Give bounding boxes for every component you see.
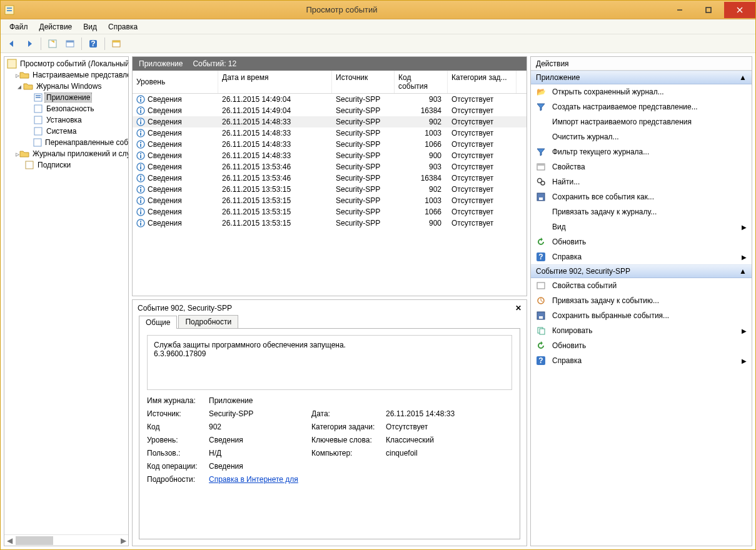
log-icon: [33, 138, 42, 148]
action-copy-submenu[interactable]: Копировать▶: [531, 323, 752, 338]
tree-app-service-logs[interactable]: ▷Журналы приложений и служб: [7, 148, 127, 159]
tree-log-setup[interactable]: Установка: [7, 114, 127, 126]
svg-rect-24: [140, 99, 141, 102]
action-filter-current-log[interactable]: Фильтр текущего журнала...: [531, 144, 752, 159]
action-save-selected-events[interactable]: Сохранить выбранные события...: [531, 308, 752, 323]
svg-rect-48: [140, 189, 141, 192]
column-headers[interactable]: Уровень Дата и время Источник Код событи…: [133, 71, 527, 94]
tree-log-application[interactable]: Приложение: [7, 92, 127, 103]
refresh-icon: [536, 237, 546, 247]
forward-button[interactable]: [22, 36, 37, 51]
event-row[interactable]: Сведения26.11.2015 13:53:15Security-SPP1…: [133, 195, 527, 206]
folder-icon: [19, 149, 29, 159]
svg-rect-64: [539, 198, 543, 200]
actions-section-event[interactable]: Событие 902, Security-SPP▲: [531, 264, 752, 278]
tree-log-security[interactable]: Безопасность: [7, 103, 127, 114]
info-icon: [136, 196, 145, 205]
toolbar-separator: [81, 38, 82, 50]
event-row[interactable]: Сведения26.11.2015 14:48:33Security-SPP9…: [133, 150, 527, 161]
action-import-custom-view[interactable]: Импорт настраиваемого представления: [531, 114, 752, 129]
event-row[interactable]: Сведения26.11.2015 14:48:33Security-SPP1…: [133, 128, 527, 139]
event-row[interactable]: Сведения26.11.2015 13:53:46Security-SPP9…: [133, 161, 527, 172]
back-button[interactable]: [4, 36, 19, 51]
menu-view[interactable]: Вид: [78, 21, 102, 33]
main-column: Приложение Событий: 12 Уровень Дата и вр…: [132, 56, 527, 546]
show-tree-button[interactable]: [45, 36, 60, 51]
action-attach-task-event[interactable]: Привязать задачу к событию...: [531, 293, 752, 308]
action-refresh-event[interactable]: Обновить: [531, 338, 752, 353]
online-help-link[interactable]: Справка в Интернете для: [209, 475, 298, 484]
event-row[interactable]: Сведения26.11.2015 14:49:04Security-SPP9…: [133, 94, 527, 105]
event-row[interactable]: Сведения26.11.2015 13:53:15Security-SPP9…: [133, 184, 527, 195]
action-help-submenu[interactable]: ?Справка▶: [531, 249, 752, 264]
titlebar: Просмотр событий: [1, 1, 755, 19]
event-row[interactable]: Сведения26.11.2015 14:48:33Security-SPP1…: [133, 139, 527, 150]
preview-button[interactable]: [109, 36, 124, 51]
svg-rect-28: [140, 108, 141, 109]
menu-file[interactable]: Файл: [4, 21, 33, 33]
event-row[interactable]: Сведения26.11.2015 13:53:46Security-SPP1…: [133, 172, 527, 184]
svg-rect-40: [140, 153, 141, 154]
detail-close-button[interactable]: ✕: [515, 304, 522, 312]
help-button[interactable]: ?: [86, 36, 101, 51]
tree-hscrollbar[interactable]: ◀▶: [4, 534, 128, 546]
col-category[interactable]: Категория зад...: [448, 71, 517, 93]
menu-action[interactable]: Действие: [34, 21, 78, 33]
event-row[interactable]: Сведения26.11.2015 13:53:15Security-SPP9…: [133, 218, 527, 229]
event-row[interactable]: Сведения26.11.2015 14:48:33Security-SPP9…: [133, 116, 527, 128]
action-find[interactable]: Найти...: [531, 174, 752, 189]
col-level[interactable]: Уровень: [133, 71, 218, 93]
svg-rect-9: [66, 41, 74, 42]
event-row[interactable]: Сведения26.11.2015 14:49:04Security-SPP1…: [133, 105, 527, 116]
tree-subscriptions[interactable]: Подписки: [7, 159, 127, 171]
col-code[interactable]: Код события: [395, 71, 448, 93]
col-source[interactable]: Источник: [332, 71, 395, 93]
action-help-event-submenu[interactable]: ?Справка▶: [531, 353, 752, 368]
tree-pane[interactable]: Просмотр событий (Локальный) ▷Настраивае…: [4, 56, 129, 546]
svg-rect-43: [140, 164, 141, 166]
detail-title: Событие 902, Security-SPP: [138, 304, 232, 312]
tab-general[interactable]: Общие: [139, 316, 177, 329]
tree-custom-views[interactable]: ▷Настраиваемые представления: [7, 69, 127, 81]
action-create-custom-view[interactable]: Создать настраиваемое представление...: [531, 99, 752, 114]
action-open-saved-log[interactable]: 📂Открыть сохраненный журнал...: [531, 84, 752, 99]
app-window: Просмотр событий Файл Действие Вид Справ…: [0, 0, 756, 550]
window-title: Просмотр событий: [18, 5, 665, 14]
tree-log-system[interactable]: Система: [7, 126, 127, 137]
event-rows[interactable]: Сведения26.11.2015 14:49:04Security-SPP9…: [133, 94, 527, 296]
info-icon: [136, 185, 145, 194]
tab-details[interactable]: Подробности: [178, 315, 238, 328]
menu-help[interactable]: Справка: [103, 21, 143, 33]
action-clear-log[interactable]: Очистить журнал...: [531, 129, 752, 144]
svg-text:?: ?: [91, 39, 95, 48]
chevron-right-icon: ▶: [742, 224, 747, 231]
action-refresh[interactable]: Обновить: [531, 234, 752, 249]
close-button[interactable]: [724, 2, 755, 18]
minimize-button[interactable]: [665, 2, 694, 18]
action-view-submenu[interactable]: Вид▶: [531, 219, 752, 234]
svg-rect-27: [140, 110, 141, 113]
log-icon: [33, 92, 43, 102]
tree-windows-logs[interactable]: ◢Журналы Windows: [7, 81, 127, 92]
action-properties[interactable]: Свойства: [531, 159, 752, 174]
svg-rect-52: [140, 198, 141, 199]
svg-rect-25: [140, 97, 141, 98]
action-save-all-events[interactable]: Сохранить все события как...: [531, 189, 752, 204]
action-attach-task-log[interactable]: Привязать задачу к журналу...: [531, 204, 752, 219]
properties-button[interactable]: [63, 36, 78, 51]
svg-rect-45: [140, 178, 141, 181]
tree-root[interactable]: Просмотр событий (Локальный): [7, 58, 127, 69]
maximize-button[interactable]: [694, 2, 723, 18]
col-date[interactable]: Дата и время: [218, 71, 332, 93]
actions-header: Действия: [531, 57, 752, 71]
svg-rect-1: [7, 8, 12, 9]
svg-rect-46: [140, 176, 141, 177]
tree-log-forwarded[interactable]: Перенаправленные события: [7, 137, 127, 148]
action-event-properties[interactable]: Свойства событий: [531, 278, 752, 293]
copy-icon: [536, 326, 546, 336]
actions-section-app[interactable]: Приложение▲: [531, 71, 752, 84]
event-row[interactable]: Сведения26.11.2015 13:53:15Security-SPP1…: [133, 206, 527, 218]
svg-rect-21: [34, 139, 41, 146]
log-icon: [33, 115, 43, 125]
info-icon: [136, 95, 145, 104]
